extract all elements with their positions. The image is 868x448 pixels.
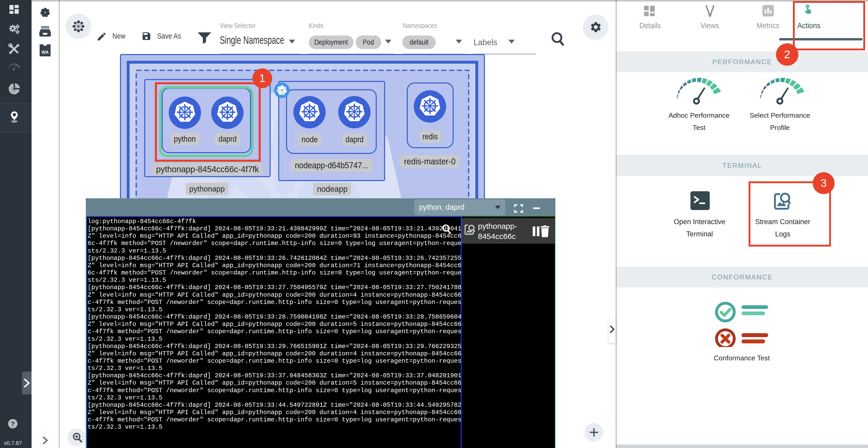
svg-text:WA: WA — [41, 50, 49, 55]
